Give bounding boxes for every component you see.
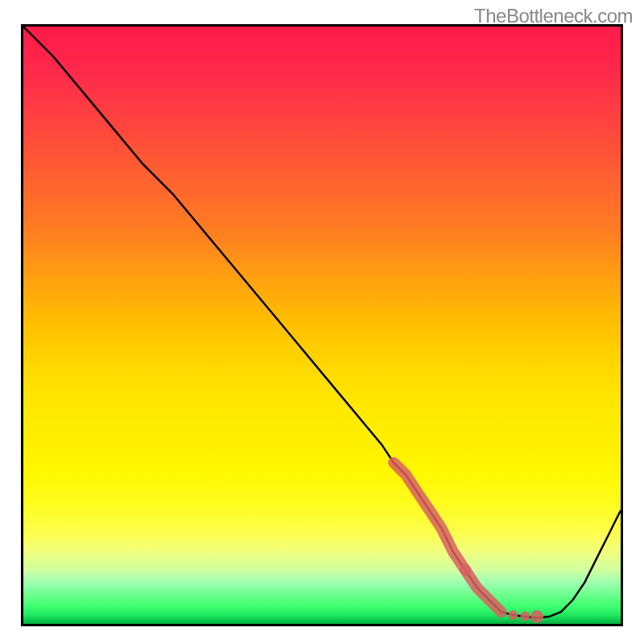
watermark-text: TheBottleneck.com (474, 5, 633, 27)
main-curve (23, 27, 621, 618)
chart-svg (23, 27, 621, 624)
highlight-flat (465, 570, 502, 612)
chart-container (21, 24, 623, 626)
bottleneck-curve-path (23, 27, 621, 618)
highlight-markers (394, 463, 543, 623)
highlight-dot (508, 610, 518, 620)
highlight-dot (530, 610, 543, 623)
highlight-stroke (394, 463, 465, 571)
highlight-dot (520, 611, 530, 621)
